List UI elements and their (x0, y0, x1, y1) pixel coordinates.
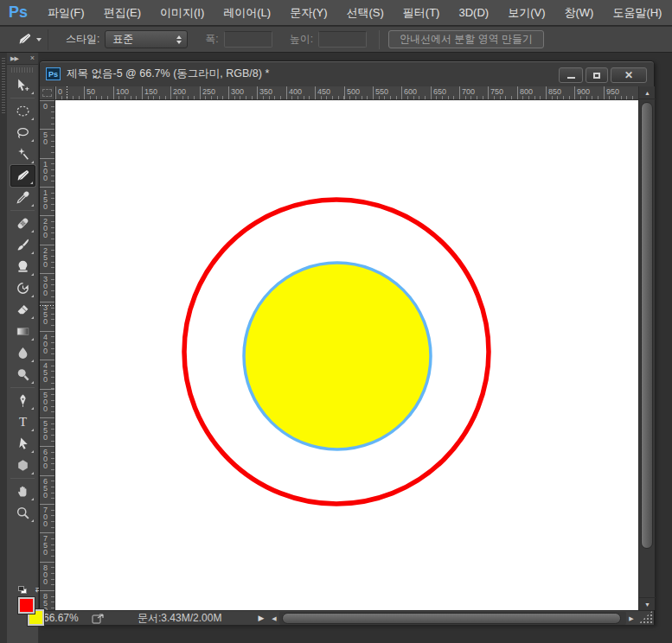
vertical-scrollbar[interactable]: ▲ ▼ (638, 86, 655, 610)
ruler-tick (40, 532, 55, 533)
move-tool[interactable] (10, 74, 35, 96)
eyedropper-icon (16, 190, 30, 205)
pen-tool[interactable] (10, 390, 35, 411)
ruler-label: 0 (43, 103, 50, 110)
share-export-icon[interactable] (92, 613, 105, 624)
scroll-down-icon[interactable]: ▼ (639, 597, 656, 610)
tool-preset-picker[interactable] (10, 29, 48, 50)
gradient-tool[interactable] (10, 321, 35, 342)
vertical-scroll-thumb[interactable] (641, 102, 653, 549)
ruler-tick (113, 86, 114, 100)
width-field (224, 31, 272, 48)
zoom-level-field[interactable]: 66.67% (43, 612, 88, 624)
history-brush-icon (16, 281, 30, 296)
eraser-tool[interactable] (10, 299, 35, 321)
ruler-origin-box[interactable] (40, 86, 55, 100)
shape-tool[interactable] (10, 455, 35, 476)
path-selection-tool[interactable] (10, 433, 35, 455)
ruler-label: 600 (404, 87, 417, 96)
dock-grip[interactable] (2, 58, 5, 113)
ruler-label: 50 (86, 87, 95, 96)
style-select[interactable]: 표준 (105, 30, 188, 48)
photoshop-logo: Ps (9, 3, 28, 22)
scroll-left-icon[interactable]: ◀ (269, 615, 279, 622)
horizontal-scrollbar[interactable]: ◀ ▶ (269, 611, 654, 626)
tool-separator (10, 98, 35, 99)
document-title: 제목 없음-5 @ 66.7% (동그라미, RGB/8) * (67, 67, 269, 81)
menu-item[interactable]: 도움말(H) (603, 0, 671, 25)
menu-item[interactable]: 문자(Y) (280, 0, 336, 25)
photoshop-app: { "app": { "logo": "Ps" }, "menu_bar": {… (0, 0, 672, 643)
close-panel-icon[interactable]: × (30, 54, 35, 62)
ruler-tick (40, 215, 55, 216)
menu-item[interactable]: 필터(T) (394, 0, 450, 25)
menu-item[interactable]: 편집(E) (94, 0, 150, 25)
healing-brush-tool[interactable] (10, 213, 35, 234)
scroll-right-icon[interactable]: ▶ (626, 615, 637, 622)
brush-icon (16, 238, 30, 252)
ruler-label: 150 (43, 189, 50, 210)
height-field (318, 31, 367, 48)
ruler-label: 850 (548, 87, 561, 96)
ruler-label: 550 (375, 87, 388, 96)
minimize-button[interactable] (559, 67, 583, 83)
slices-from-guides-button[interactable]: 안내선에서 분할 영역 만들기 (388, 30, 544, 48)
brush-tool[interactable] (10, 234, 35, 256)
menu-item[interactable]: 레이어(L) (214, 0, 280, 25)
history-brush-tool[interactable] (10, 277, 35, 299)
foreground-color-swatch[interactable] (17, 596, 35, 614)
maximize-button[interactable] (586, 67, 608, 83)
ruler-tick (40, 187, 55, 188)
ruler-tick (40, 446, 55, 447)
ruler-tick (517, 86, 518, 100)
ruler-label: 500 (43, 392, 50, 412)
close-button[interactable]: ✕ (611, 67, 647, 83)
ruler-label: 650 (43, 478, 50, 499)
clone-stamp-tool[interactable] (10, 256, 35, 277)
ruler-tick (142, 86, 143, 100)
type-icon: T (16, 415, 30, 430)
style-selected-value: 표준 (106, 32, 176, 47)
shape-icon (16, 458, 30, 473)
maximize-icon (593, 73, 600, 79)
ruler-tick (55, 86, 56, 100)
menu-item[interactable]: 선택(S) (337, 0, 394, 25)
horizontal-ruler[interactable]: 0501001502002503003504004505005506006507… (55, 86, 638, 100)
ruler-tick (546, 86, 547, 100)
ruler-label: 500 (347, 87, 360, 96)
ruler-label: 200 (173, 87, 186, 96)
scroll-up-icon[interactable]: ▲ (639, 86, 656, 99)
vertical-ruler[interactable]: 0501001502002503003504004505005506006507… (40, 100, 55, 610)
ruler-label: 950 (606, 87, 619, 96)
canvas[interactable] (55, 100, 638, 610)
magic-wand-tool[interactable] (10, 143, 35, 165)
hand-tool[interactable] (10, 481, 35, 502)
collapse-panel-icon[interactable]: ▶▶ (10, 55, 18, 62)
menu-item[interactable]: 보기(V) (498, 0, 554, 25)
menu-item[interactable]: 파일(F) (38, 0, 94, 25)
type-tool[interactable]: T (10, 411, 35, 433)
dodge-tool[interactable] (10, 364, 35, 385)
ruler-tick (431, 86, 432, 100)
menu-item[interactable]: 이미지(I) (150, 0, 214, 25)
horizontal-scroll-thumb[interactable] (282, 613, 621, 624)
menu-item[interactable]: 3D(D) (449, 0, 498, 25)
canvas-artwork (55, 100, 638, 610)
panel-grip[interactable] (11, 67, 34, 73)
zoom-tool[interactable] (10, 502, 35, 524)
default-colors-icon[interactable] (18, 586, 28, 595)
slice-tool[interactable] (10, 165, 35, 187)
elliptical-marquee-tool[interactable] (10, 100, 35, 122)
main-menu: 파일(F)편집(E)이미지(I)레이어(L)문자(Y)선택(S)필터(T)3D(… (38, 0, 671, 25)
document-tab[interactable]: Ps 제목 없음-5 @ 66.7% (동그라미, RGB/8) * ✕ (40, 61, 654, 86)
status-menu-arrow-icon[interactable]: ▶ (258, 614, 264, 622)
horizontal-scroll-track[interactable] (279, 612, 626, 625)
document-window: Ps 제목 없음-5 @ 66.7% (동그라미, RGB/8) * ✕ 050… (39, 60, 655, 625)
elliptical-marquee-icon (16, 104, 30, 118)
blur-tool[interactable] (10, 342, 35, 364)
eyedropper-tool[interactable] (10, 187, 35, 208)
ruler-tick (257, 86, 258, 100)
menu-item[interactable]: 창(W) (554, 0, 603, 25)
lasso-tool[interactable] (10, 122, 35, 143)
magic-wand-icon (16, 147, 30, 162)
